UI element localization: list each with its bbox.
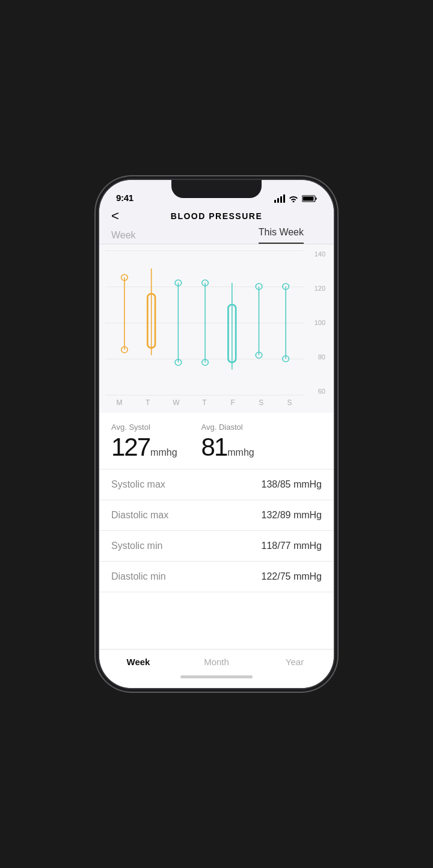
diastol-unit: mmhg [227, 447, 254, 458]
svg-rect-1 [316, 197, 317, 200]
x-label-w: W [167, 398, 185, 407]
chart-svg [105, 250, 304, 395]
tab-section: Week This Week [99, 221, 334, 244]
systol-label: Avg. Systol [111, 423, 177, 432]
y-label-140: 140 [304, 250, 328, 258]
row-value-diastolic-max: 132/89 mmHg [262, 510, 322, 521]
home-indicator [99, 672, 334, 688]
stats-section: Avg. Systol 127 mmhg Avg. Diastol 81 mmh… [99, 413, 334, 470]
x-label-s2: S [280, 398, 298, 407]
x-label-m: M [111, 398, 129, 407]
x-label-t2: T [195, 398, 213, 407]
status-time: 9:41 [116, 193, 134, 203]
diastol-number: 81 [201, 433, 227, 462]
row-value-diastolic-min: 122/75 mmHg [262, 571, 322, 582]
table-row: Systolic max 138/85 mmHg [99, 470, 334, 500]
y-label-60: 60 [304, 388, 328, 395]
row-label-systolic-min: Systolic min [111, 541, 162, 551]
y-axis-labels: 140 120 100 80 60 [304, 250, 328, 395]
battery-icon [302, 195, 317, 202]
nav-month[interactable]: Month [177, 657, 256, 667]
svg-rect-2 [303, 197, 314, 201]
page-header: < BLOOD PRESSURE [99, 206, 334, 221]
systol-value-row: 127 mmhg [111, 433, 177, 462]
x-label-s1: S [252, 398, 270, 407]
row-label-systolic-max: Systolic max [111, 479, 165, 490]
bottom-nav: Week Month Year [99, 649, 334, 672]
row-value-systolic-max: 138/85 mmHg [262, 479, 322, 490]
diastol-label: Avg. Diastol [201, 423, 254, 432]
y-label-120: 120 [304, 285, 328, 292]
back-button[interactable]: < [111, 208, 119, 224]
systol-unit: mmhg [150, 447, 177, 458]
chart-container: 140 120 100 80 60 [99, 244, 334, 413]
tab-this-week[interactable]: This Week [259, 227, 304, 244]
y-label-80: 80 [304, 353, 328, 361]
x-label-t1: T [139, 398, 157, 407]
systol-number: 127 [111, 433, 150, 462]
table-row: Systolic min 118/77 mmHg [99, 531, 334, 562]
page-title: BLOOD PRESSURE [171, 211, 262, 221]
row-label-diastolic-min: Diastolic min [111, 571, 166, 582]
diastol-stat: Avg. Diastol 81 mmhg [201, 423, 254, 462]
nav-week[interactable]: Week [99, 657, 177, 667]
systol-stat: Avg. Systol 127 mmhg [111, 423, 177, 462]
row-label-diastolic-max: Diastolic max [111, 510, 168, 521]
data-rows-container: Systolic max 138/85 mmHg Diastolic max 1… [99, 470, 334, 649]
chart-area: 140 120 100 80 60 [105, 250, 328, 395]
diastol-value-row: 81 mmhg [201, 433, 254, 462]
row-value-systolic-min: 118/77 mmHg [262, 541, 322, 551]
x-axis-labels: M T W T F S S [99, 395, 334, 413]
chart-svg-wrapper [105, 250, 304, 395]
status-icons [274, 194, 317, 203]
y-label-100: 100 [304, 319, 328, 326]
signal-bars-icon [274, 194, 285, 203]
table-row: Diastolic max 132/89 mmHg [99, 500, 334, 531]
nav-year[interactable]: Year [256, 657, 334, 667]
wifi-icon [289, 195, 298, 202]
x-label-f: F [224, 398, 242, 407]
home-bar [180, 675, 253, 678]
stats-row: Avg. Systol 127 mmhg Avg. Diastol 81 mmh… [111, 423, 322, 462]
table-row: Diastolic min 122/75 mmHg [99, 562, 334, 592]
tab-week[interactable]: Week [111, 230, 136, 241]
